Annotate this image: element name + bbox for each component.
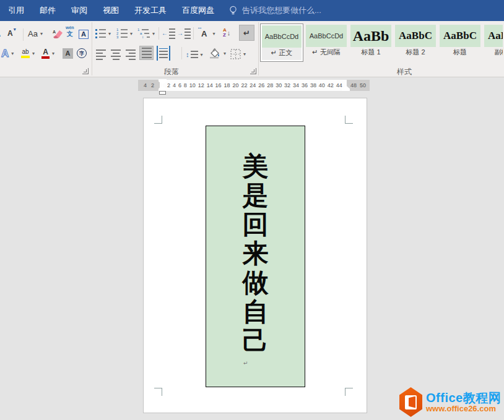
highlight-color-bar bbox=[21, 56, 30, 58]
text-character: 是 bbox=[243, 182, 269, 208]
crop-mark-bottom-left bbox=[154, 388, 162, 396]
enclose-characters-button[interactable]: 字 bbox=[77, 46, 87, 61]
lightbulb-icon bbox=[229, 6, 237, 16]
align-left-icon bbox=[96, 49, 106, 60]
divider bbox=[23, 28, 24, 41]
watermark-site-name: Office教程网 bbox=[426, 392, 501, 405]
align-right-button[interactable] bbox=[126, 47, 136, 62]
paragraph-mark-icon: ↵ bbox=[243, 360, 248, 366]
style-item[interactable]: AaBbC 标题 2 bbox=[394, 24, 437, 62]
character-border-button[interactable]: A bbox=[79, 27, 89, 41]
shading-button[interactable] bbox=[209, 46, 226, 61]
crop-mark-bottom-right bbox=[345, 388, 353, 396]
align-center-button[interactable] bbox=[111, 47, 121, 62]
change-case-button[interactable]: Aa bbox=[28, 26, 43, 41]
crop-mark-top-right bbox=[345, 116, 353, 124]
bullet-list-icon bbox=[95, 29, 106, 38]
font-color-button[interactable]: A bbox=[41, 46, 54, 61]
text-effects-button[interactable]: A bbox=[1, 46, 14, 61]
text-character: 美 bbox=[243, 153, 269, 179]
style-item[interactable]: AaBb 标题 1 bbox=[349, 24, 393, 62]
menu-tab[interactable]: 引用 bbox=[8, 5, 24, 16]
divider bbox=[193, 27, 194, 40]
text-character: 来 bbox=[243, 241, 269, 267]
outdent-icon: ← bbox=[162, 28, 175, 39]
font-color-bar bbox=[41, 56, 50, 59]
font-dialog-launcher[interactable] bbox=[82, 68, 89, 74]
numbered-list-icon: 1 2 3 bbox=[116, 29, 128, 38]
vertical-text: 美是回来做自己 bbox=[206, 126, 305, 387]
multilevel-list-icon: 1 a i bbox=[137, 29, 150, 38]
character-shading-button[interactable]: A bbox=[63, 46, 73, 61]
left-indent-marker[interactable] bbox=[159, 91, 166, 95]
style-item[interactable]: AaBbCcDd ↵ 正文 bbox=[260, 24, 303, 62]
distributed-icon bbox=[159, 48, 168, 59]
group-divider bbox=[258, 22, 259, 75]
increase-indent-button[interactable]: → bbox=[177, 26, 191, 41]
office-hexagon-icon bbox=[399, 387, 422, 417]
paragraph-group-label: 段落 bbox=[128, 67, 215, 77]
group-divider bbox=[92, 22, 92, 75]
multilevel-list-button[interactable]: 1 a i bbox=[137, 26, 155, 41]
line-spacing-button[interactable]: ↕ bbox=[186, 47, 203, 62]
line-spacing-icon: ↕ bbox=[186, 51, 198, 58]
align-right-icon bbox=[126, 49, 136, 60]
paint-bucket-icon bbox=[209, 47, 221, 59]
shrink-caret-icon: ▾ bbox=[14, 27, 16, 32]
divider bbox=[159, 27, 159, 40]
eraser-icon: A bbox=[52, 29, 63, 39]
show-hide-marks-button[interactable]: ↵ bbox=[239, 25, 254, 41]
text-character: 做 bbox=[243, 270, 269, 296]
crop-mark-top-left bbox=[154, 116, 162, 124]
menu-tab[interactable]: 开发工具 bbox=[134, 5, 167, 16]
decrease-indent-button[interactable]: ← bbox=[162, 26, 175, 41]
justify-icon bbox=[142, 48, 152, 58]
svg-text:A: A bbox=[53, 30, 56, 34]
indent-icon: → bbox=[177, 28, 191, 39]
distribute-button[interactable] bbox=[157, 46, 170, 61]
ruler-left-margin: 42 bbox=[138, 80, 160, 91]
borders-button[interactable] bbox=[230, 46, 246, 61]
style-item[interactable]: AaBbCcDd ↵ 无间隔 bbox=[305, 24, 348, 62]
menu-tab[interactable]: 邮件 bbox=[40, 5, 56, 16]
text-highlight-button[interactable]: ab bbox=[21, 46, 35, 61]
clear-formatting-button[interactable]: A bbox=[52, 27, 63, 41]
align-left-button[interactable] bbox=[96, 47, 106, 62]
text-character: 回 bbox=[243, 212, 269, 238]
numbering-button[interactable]: 1 2 3 bbox=[116, 26, 133, 41]
align-center-icon bbox=[111, 49, 121, 60]
sort-az-icon: AZ ↓ bbox=[223, 28, 230, 38]
asian-layout-button[interactable]: A bbox=[198, 26, 215, 41]
shaded-text-block[interactable]: 美是回来做自己 ↵ bbox=[206, 126, 305, 387]
menu-tab[interactable]: 百度网盘 bbox=[182, 5, 214, 16]
tell-me-search[interactable]: 告诉我您想要做什么... bbox=[229, 0, 321, 21]
text-character: 自 bbox=[243, 299, 269, 325]
divider bbox=[181, 47, 182, 59]
justify-button[interactable] bbox=[139, 46, 154, 60]
borders-grid-icon bbox=[230, 49, 241, 59]
paragraph-dialog-launcher[interactable] bbox=[250, 68, 256, 74]
tell-me-placeholder: 告诉我您想要做什么... bbox=[242, 5, 321, 16]
bullets-button[interactable] bbox=[95, 26, 111, 41]
ribbon: A A▾ Aa A wén 文 A A ab bbox=[0, 21, 504, 77]
text-character: 己 bbox=[243, 328, 269, 354]
watermark-logo: Office教程网 www.office26.com bbox=[399, 387, 501, 417]
paragraph-marks-icon: ↵ bbox=[243, 28, 250, 38]
style-item[interactable]: AaBbC 标题 bbox=[438, 24, 482, 62]
sort-button[interactable]: AZ ↓ bbox=[223, 25, 230, 40]
styles-gallery: AaBbCcDd ↵ 正文 AaBbCcDd ↵ 无间隔 AaBb 标题 1 A… bbox=[260, 24, 503, 62]
phonetic-guide-button[interactable]: wén 文 bbox=[66, 25, 74, 40]
word-window: 引用 邮件 审阅 视图 开发工具 百度网盘 告诉我您想要做什么... A A▾ bbox=[0, 0, 504, 420]
menu-tab[interactable]: 审阅 bbox=[71, 5, 87, 16]
styles-group-label: 样式 bbox=[342, 67, 466, 77]
menu-tab[interactable]: 视图 bbox=[103, 5, 119, 16]
ruler-right-margin: 4850 bbox=[347, 80, 370, 91]
shrink-font-button[interactable]: A▾ bbox=[7, 26, 17, 41]
watermark-site-url: www.office26.com bbox=[426, 405, 501, 413]
ruler[interactable]: 2468101214161820222426283032343638404244 bbox=[160, 80, 347, 91]
style-item[interactable]: AaBbC 副标题 bbox=[483, 24, 503, 62]
grow-font-button[interactable]: A bbox=[0, 26, 1, 41]
